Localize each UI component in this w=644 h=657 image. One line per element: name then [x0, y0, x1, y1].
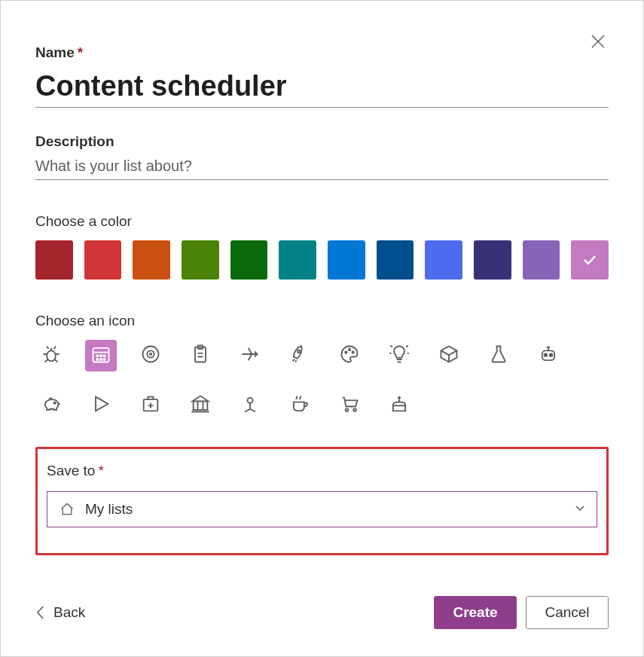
color-indigo[interactable]: [474, 240, 511, 280]
rocket-icon: [289, 344, 310, 368]
home-icon: [58, 502, 76, 517]
icon-option-medical-icon[interactable]: [135, 390, 166, 421]
icon-option-calendar-icon[interactable]: [85, 340, 117, 371]
svg-point-7: [104, 359, 105, 360]
color-cyan[interactable]: [328, 240, 365, 280]
icon-option-cart-icon[interactable]: [334, 390, 365, 421]
svg-point-10: [150, 353, 151, 355]
icon-option-clipboard-icon[interactable]: [185, 340, 216, 371]
mappin-icon: [240, 393, 261, 417]
save-to-section: Save to* My lists: [35, 447, 609, 555]
color-dark-blue[interactable]: [377, 240, 414, 280]
icon-option-lightbulb-icon[interactable]: [383, 340, 415, 371]
svg-point-6: [100, 359, 102, 360]
icon-option-cake-icon[interactable]: [383, 390, 415, 421]
calendar-icon: [90, 344, 111, 368]
required-indicator: *: [78, 44, 83, 60]
chevron-down-icon: [574, 501, 586, 518]
create-button[interactable]: Create: [434, 596, 517, 629]
close-button[interactable]: [588, 31, 609, 52]
color-blue[interactable]: [425, 240, 462, 280]
choose-color-label: Choose a color: [35, 213, 609, 230]
icon-option-robot-icon[interactable]: [533, 340, 564, 371]
close-icon: [591, 35, 605, 48]
icon-option-target-icon[interactable]: [135, 340, 166, 371]
description-label: Description: [35, 133, 609, 150]
dialog-footer: Back Create Cancel: [35, 596, 609, 629]
create-list-dialog: Name* Description Choose a color Choose …: [0, 0, 644, 657]
color-dark-red[interactable]: [35, 240, 73, 280]
svg-point-23: [346, 408, 349, 411]
name-input[interactable]: [35, 61, 609, 108]
color-pink[interactable]: [571, 240, 609, 280]
svg-point-22: [248, 398, 253, 403]
icon-options: [35, 340, 609, 421]
cake-icon: [389, 393, 410, 417]
svg-point-14: [345, 352, 346, 353]
palette-icon: [339, 344, 360, 368]
svg-point-5: [96, 359, 98, 360]
required-indicator: *: [98, 463, 103, 478]
color-orange[interactable]: [133, 240, 170, 280]
svg-point-3: [100, 355, 102, 356]
svg-point-13: [298, 350, 301, 353]
icon-option-palette-icon[interactable]: [334, 340, 365, 371]
icon-option-airplane-icon[interactable]: [234, 340, 266, 371]
save-to-label-text: Save to: [47, 463, 95, 478]
icon-option-piggybank-icon[interactable]: [35, 390, 67, 421]
cube-icon: [438, 344, 459, 368]
color-options: [35, 240, 609, 280]
icon-option-bug-icon[interactable]: [35, 340, 67, 371]
coffee-icon: [289, 393, 310, 417]
svg-point-20: [54, 402, 56, 404]
icon-option-mappin-icon[interactable]: [234, 390, 266, 421]
save-to-dropdown[interactable]: My lists: [47, 491, 597, 527]
chevron-left-icon: [35, 604, 46, 621]
description-input[interactable]: [35, 150, 609, 180]
beaker-icon: [488, 344, 509, 368]
name-label: Name*: [35, 44, 609, 61]
color-green[interactable]: [182, 240, 219, 280]
name-field: Name*: [35, 44, 609, 108]
svg-point-4: [104, 355, 105, 356]
airplane-icon: [240, 344, 261, 368]
lightbulb-icon: [389, 344, 410, 368]
bank-icon: [190, 393, 211, 417]
icon-option-cube-icon[interactable]: [433, 340, 465, 371]
cart-icon: [339, 393, 360, 417]
svg-point-2: [96, 355, 98, 356]
icon-option-beaker-icon[interactable]: [483, 340, 514, 371]
color-teal[interactable]: [279, 240, 316, 280]
svg-point-16: [353, 352, 354, 353]
name-label-text: Name: [35, 44, 75, 60]
play-icon: [90, 393, 111, 417]
piggybank-icon: [41, 393, 62, 417]
robot-icon: [538, 344, 559, 368]
icon-option-play-icon[interactable]: [85, 390, 117, 421]
back-button[interactable]: Back: [35, 604, 85, 621]
choose-icon-label: Choose an icon: [35, 313, 609, 329]
svg-point-0: [47, 350, 56, 361]
bug-icon: [41, 344, 62, 368]
medical-icon: [140, 393, 161, 417]
icon-option-coffee-icon[interactable]: [284, 390, 316, 421]
back-label: Back: [53, 604, 85, 621]
svg-point-18: [545, 353, 548, 356]
clipboard-icon: [190, 344, 211, 368]
icon-option-rocket-icon[interactable]: [284, 340, 316, 371]
color-red[interactable]: [84, 240, 122, 280]
cancel-button[interactable]: Cancel: [526, 596, 609, 629]
svg-point-19: [550, 353, 553, 356]
icon-option-bank-icon[interactable]: [185, 390, 216, 421]
color-dark-green[interactable]: [230, 240, 268, 280]
check-icon: [581, 251, 599, 269]
color-purple[interactable]: [523, 240, 560, 280]
save-to-label: Save to*: [47, 463, 597, 479]
save-to-value: My lists: [85, 501, 574, 518]
description-field: Description: [35, 133, 609, 180]
target-icon: [140, 344, 161, 368]
svg-point-24: [353, 408, 356, 411]
svg-point-15: [349, 349, 350, 350]
